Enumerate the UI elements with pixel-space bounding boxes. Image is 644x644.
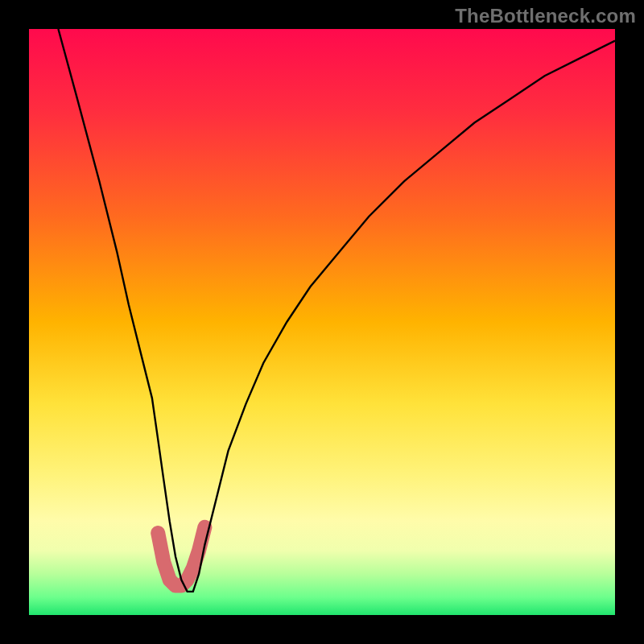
plot-area	[29, 29, 615, 615]
plot-frame: TheBottleneck.com	[0, 0, 644, 644]
bottleneck-curve-path	[58, 29, 615, 592]
curves-svg	[29, 29, 615, 615]
watermark-text: TheBottleneck.com	[455, 5, 636, 27]
